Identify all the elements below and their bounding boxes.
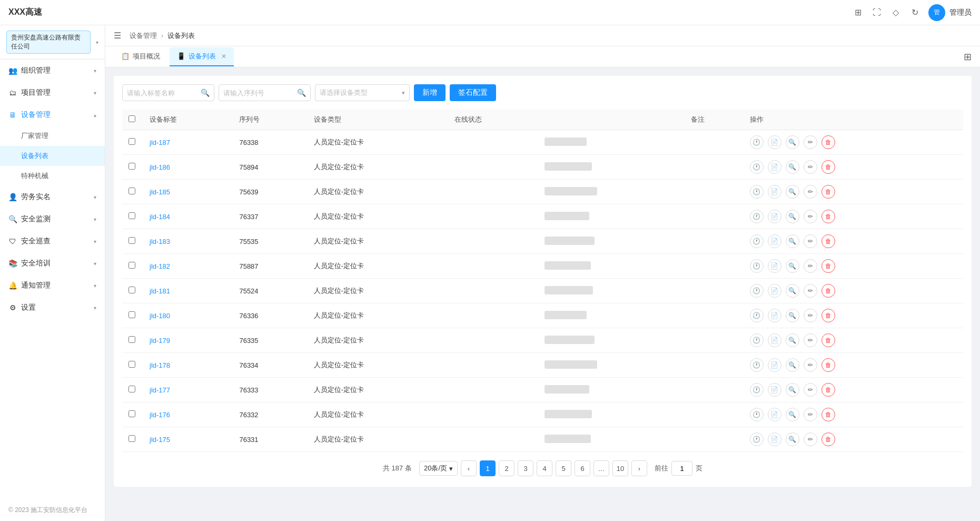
add-button[interactable]: 新增 [414, 84, 446, 101]
page-btn-3[interactable]: 3 [518, 460, 533, 476]
edit-icon[interactable]: ✏ [804, 383, 817, 397]
doc-icon[interactable]: 📄 [768, 432, 781, 446]
delete-icon[interactable]: 🗑 [821, 309, 835, 322]
sidebar-item-settings[interactable]: ⚙ 设置 ▾ [0, 297, 105, 319]
sidebar-item-device-list[interactable]: 设备列表 [0, 146, 105, 166]
delete-icon[interactable]: 🗑 [821, 234, 835, 248]
history-icon[interactable]: 🕐 [750, 383, 764, 397]
delete-icon[interactable]: 🗑 [821, 408, 835, 421]
fullscreen-icon[interactable]: ⛶ [872, 7, 882, 18]
row-checkbox-4[interactable] [128, 237, 135, 244]
page-btn-4[interactable]: 4 [537, 460, 552, 476]
user-section[interactable]: 管 管理员 [928, 4, 972, 21]
search-action-icon[interactable]: 🔍 [786, 408, 799, 421]
sidebar-item-safety-train[interactable]: 📚 安全培训 ▾ [0, 252, 105, 274]
doc-icon[interactable]: 📄 [768, 210, 781, 223]
delete-icon[interactable]: 🗑 [821, 383, 835, 397]
doc-icon[interactable]: 📄 [768, 259, 781, 273]
tab-project-overview[interactable]: 📋 项目概况 [114, 47, 167, 66]
edit-icon[interactable]: ✏ [804, 408, 817, 421]
doc-icon[interactable]: 📄 [768, 160, 781, 174]
search-action-icon[interactable]: 🔍 [786, 259, 799, 273]
edit-icon[interactable]: ✏ [804, 358, 817, 372]
sidebar-item-device[interactable]: 🖥 设备管理 ▴ [0, 104, 105, 126]
edit-icon[interactable]: ✏ [804, 259, 817, 273]
search-action-icon[interactable]: 🔍 [786, 135, 799, 149]
doc-icon[interactable]: 📄 [768, 383, 781, 397]
serial-search-icon[interactable]: 🔍 [297, 89, 306, 97]
delete-icon[interactable]: 🗑 [821, 333, 835, 347]
row-checkbox-6[interactable] [128, 287, 135, 293]
row-checkbox-5[interactable] [128, 262, 135, 269]
edit-icon[interactable]: ✏ [804, 333, 817, 347]
sidebar-toggle-icon[interactable]: ☰ [114, 31, 121, 41]
doc-icon[interactable]: 📄 [768, 358, 781, 372]
row-checkbox-1[interactable] [128, 163, 135, 170]
doc-icon[interactable]: 📄 [768, 185, 781, 199]
search-action-icon[interactable]: 🔍 [786, 185, 799, 199]
delete-icon[interactable]: 🗑 [821, 284, 835, 298]
page-btn-2[interactable]: 2 [499, 460, 514, 476]
edit-icon[interactable]: ✏ [804, 284, 817, 298]
delete-icon[interactable]: 🗑 [821, 135, 835, 149]
edit-icon[interactable]: ✏ [804, 234, 817, 248]
search-action-icon[interactable]: 🔍 [786, 432, 799, 446]
doc-icon[interactable]: 📄 [768, 333, 781, 347]
row-checkbox-9[interactable] [128, 361, 135, 368]
search-action-icon[interactable]: 🔍 [786, 309, 799, 322]
sidebar-item-notification[interactable]: 🔔 通知管理 ▾ [0, 274, 105, 297]
refresh-icon[interactable]: ↻ [909, 7, 920, 18]
sidebar-item-special-machine[interactable]: 特种机械 [0, 166, 105, 186]
search-action-icon[interactable]: 🔍 [786, 284, 799, 298]
edit-icon[interactable]: ✏ [804, 135, 817, 149]
edit-icon[interactable]: ✏ [804, 210, 817, 223]
history-icon[interactable]: 🕐 [750, 284, 764, 298]
page-btn-6[interactable]: 6 [575, 460, 590, 476]
page-btn-5[interactable]: 5 [556, 460, 571, 476]
history-icon[interactable]: 🕐 [750, 259, 764, 273]
row-checkbox-8[interactable] [128, 336, 135, 343]
sidebar-item-safety-monitor[interactable]: 🔍 安全监测 ▾ [0, 208, 105, 230]
select-all-checkbox[interactable] [128, 115, 135, 122]
row-checkbox-7[interactable] [128, 311, 135, 318]
doc-icon[interactable]: 📄 [768, 284, 781, 298]
page-btn-10[interactable]: 10 [612, 460, 628, 476]
history-icon[interactable]: 🕐 [750, 358, 764, 372]
layout-icon[interactable]: ⊞ [853, 7, 863, 18]
sidebar-item-safety-inspect[interactable]: 🛡 安全巡查 ▾ [0, 230, 105, 252]
search-action-icon[interactable]: 🔍 [786, 333, 799, 347]
diamond-icon[interactable]: ◇ [890, 7, 901, 18]
history-icon[interactable]: 🕐 [750, 408, 764, 421]
tab-device-list[interactable]: 📱 设备列表 ✕ [170, 47, 234, 66]
device-type-select[interactable]: 请选择设备类型 ▾ [315, 84, 410, 101]
serial-search-box[interactable]: 🔍 [219, 84, 311, 101]
search-action-icon[interactable]: 🔍 [786, 160, 799, 174]
grid-layout-icon[interactable]: ⊞ [964, 51, 972, 63]
doc-icon[interactable]: 📄 [768, 309, 781, 322]
row-checkbox-0[interactable] [128, 138, 135, 145]
history-icon[interactable]: 🕐 [750, 210, 764, 223]
prev-page-btn[interactable]: ‹ [461, 460, 477, 476]
history-icon[interactable]: 🕐 [750, 234, 764, 248]
row-checkbox-2[interactable] [128, 188, 135, 194]
sidebar-item-project[interactable]: 🗂 项目管理 ▾ [0, 82, 105, 104]
history-icon[interactable]: 🕐 [750, 333, 764, 347]
sidebar-item-manufacturer[interactable]: 厂家管理 [0, 126, 105, 146]
doc-icon[interactable]: 📄 [768, 135, 781, 149]
config-button[interactable]: 签石配置 [450, 84, 496, 101]
row-checkbox-11[interactable] [128, 410, 135, 417]
edit-icon[interactable]: ✏ [804, 309, 817, 322]
edit-icon[interactable]: ✏ [804, 185, 817, 199]
delete-icon[interactable]: 🗑 [821, 259, 835, 273]
next-page-btn[interactable]: › [631, 460, 647, 476]
tag-search-icon[interactable]: 🔍 [201, 89, 210, 97]
company-selector[interactable]: 贵州安盘高速公路有限责任公司 ▾ [0, 25, 105, 60]
delete-icon[interactable]: 🗑 [821, 210, 835, 223]
page-size-select[interactable]: 20条/页 ▾ [419, 461, 458, 476]
page-btn-1[interactable]: 1 [480, 460, 496, 476]
delete-icon[interactable]: 🗑 [821, 358, 835, 372]
search-action-icon[interactable]: 🔍 [786, 234, 799, 248]
row-checkbox-10[interactable] [128, 386, 135, 392]
goto-input[interactable] [671, 461, 692, 476]
row-checkbox-3[interactable] [128, 212, 135, 219]
